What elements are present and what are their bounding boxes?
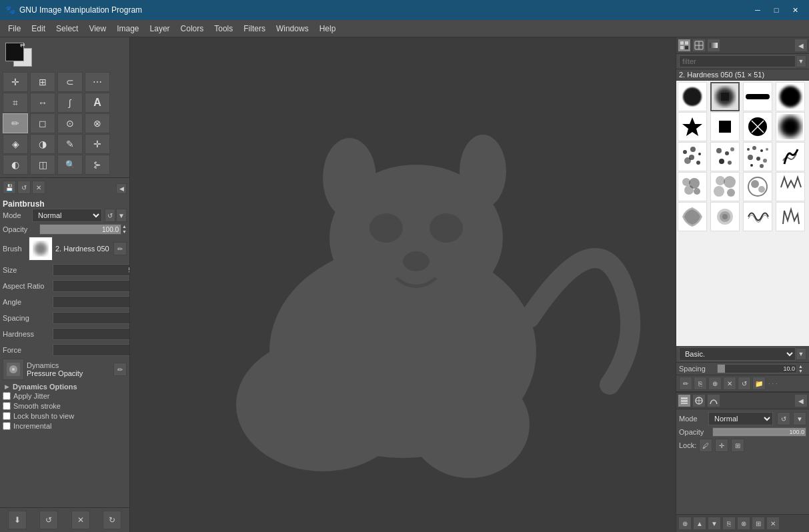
brush-thumb-14[interactable] (710, 172, 740, 201)
brush-filter-dropdown[interactable]: ▼ (796, 55, 806, 67)
brush-thumb-1[interactable] (678, 82, 707, 111)
brush-thumb-18[interactable] (710, 202, 740, 231)
menu-windows[interactable]: Windows (271, 21, 314, 36)
delete-brush-btn[interactable]: ✕ (723, 377, 736, 390)
hardness-input[interactable] (53, 328, 129, 340)
menu-help[interactable]: Help (314, 21, 341, 36)
lr-delete-layer-btn[interactable]: ✕ (766, 517, 780, 530)
brush-category-select[interactable]: Basic. Calligraphic Natural (679, 347, 796, 361)
brush-thumb-17[interactable] (678, 202, 707, 231)
spacing-slider-right[interactable]: 10.0 (717, 364, 797, 373)
menu-tools[interactable]: Tools (209, 21, 238, 36)
dodge-burn-tool[interactable]: ◐ (3, 155, 28, 175)
mode-reset-btn[interactable]: ↺ (105, 209, 115, 222)
brush-thumb-12[interactable] (776, 142, 805, 171)
align-tool[interactable]: ⊞ (30, 72, 55, 92)
brush-thumb-10[interactable] (710, 142, 740, 171)
color-picker-tool[interactable]: ◫ (30, 155, 55, 175)
opacity-down-arrow[interactable]: ▼ (122, 229, 127, 235)
force-input[interactable] (53, 344, 129, 356)
lr-tab-layers[interactable] (678, 394, 691, 407)
blend-tool[interactable]: ◑ (30, 134, 55, 154)
lr-duplicate-layer-btn[interactable]: ⎘ (722, 517, 736, 530)
brush-thumb-15[interactable] (743, 172, 772, 201)
brush-thumb-13[interactable] (678, 172, 707, 201)
save-tool-options-btn[interactable]: ⬇ (8, 511, 27, 529)
brush-thumb-7[interactable] (743, 112, 772, 141)
tool-options-collapse[interactable]: ◀ (116, 183, 127, 194)
folder-brush-btn[interactable]: 📁 (752, 377, 766, 390)
brush-thumb-16[interactable] (776, 172, 805, 201)
brush-thumb-4[interactable] (776, 82, 805, 111)
zoom-tool[interactable]: 🔍 (57, 155, 83, 175)
smudge-tool[interactable]: ⊗ (85, 113, 110, 133)
maximize-button[interactable]: □ (768, 3, 785, 17)
lr-tab-channels[interactable] (692, 394, 706, 407)
heal-tool[interactable]: ✛ (85, 134, 110, 154)
paintbrush-tool[interactable]: ✏ (3, 113, 28, 133)
menu-file[interactable]: File (3, 21, 26, 36)
edit-brush-btn[interactable]: ✏ (679, 377, 692, 390)
opacity-up-arrow[interactable]: ▲ (122, 224, 127, 229)
spacing-input[interactable] (53, 312, 129, 324)
brush-edit-button[interactable]: ✏ (113, 242, 127, 255)
erase-tool[interactable]: ◻ (30, 113, 55, 133)
canvas-area[interactable] (130, 37, 676, 532)
lock-brush-checkbox[interactable] (3, 412, 11, 420)
brush-category-arrow[interactable]: ▼ (796, 348, 806, 360)
brush-panel-expand[interactable]: ◀ (794, 39, 808, 52)
close-button[interactable]: ✕ (786, 3, 804, 17)
tool-options-restore-icon[interactable]: ↺ (17, 181, 31, 194)
dynamics-options-toggle[interactable]: ▶ Dynamics Options (3, 383, 127, 391)
menu-filters[interactable]: Filters (238, 21, 271, 36)
menu-view[interactable]: View (83, 21, 111, 36)
copy-brush-btn[interactable]: ⊕ (708, 377, 722, 390)
brush-thumb-6[interactable] (710, 112, 740, 141)
duplicate-brush-btn[interactable]: ⎘ (694, 377, 707, 390)
lr-mode-select[interactable]: Normal Multiply Screen (708, 412, 773, 425)
brush-preview[interactable] (29, 237, 53, 261)
lr-raise-layer-btn[interactable]: ▲ (693, 517, 706, 530)
brush-filter-input[interactable] (679, 55, 796, 67)
menu-edit[interactable]: Edit (26, 21, 51, 36)
minimize-button[interactable]: ─ (749, 3, 766, 17)
reset-tool-options-btn[interactable]: ↻ (103, 511, 121, 529)
lr-tab-paths[interactable] (707, 394, 720, 407)
brush-thumb-3[interactable] (743, 82, 772, 111)
lr-new-layer-btn[interactable]: ⊕ (678, 517, 692, 530)
tab-gradients[interactable] (707, 39, 720, 52)
lr-mode-reset-btn[interactable]: ↺ (777, 412, 790, 425)
text-tool[interactable]: A (85, 93, 110, 113)
lr-mode-extra-btn[interactable]: ▼ (793, 412, 806, 425)
brush-thumb-2[interactable] (710, 82, 740, 111)
fuzzy-select-tool[interactable]: ⋯ (85, 72, 110, 92)
lr-lock-paint-btn[interactable]: 🖊 (699, 439, 712, 452)
size-input[interactable] (53, 264, 129, 276)
restore-tool-options-btn[interactable]: ↺ (39, 511, 58, 529)
measure-tool[interactable]: ⊱ (85, 155, 110, 175)
menu-layer[interactable]: Layer (145, 21, 175, 36)
refresh-brush-btn[interactable]: ↺ (738, 377, 751, 390)
menu-select[interactable]: Select (51, 21, 83, 36)
lr-anchor-layer-btn[interactable]: ⊗ (737, 517, 750, 530)
brush-thumb-19[interactable] (743, 202, 772, 231)
brush-thumb-20[interactable] (776, 202, 805, 231)
brush-thumb-9[interactable] (678, 142, 707, 171)
smooth-stroke-checkbox[interactable] (3, 402, 11, 410)
tab-patterns[interactable] (692, 39, 706, 52)
apply-jitter-checkbox[interactable] (3, 392, 11, 400)
transform-tool[interactable]: ↔ (30, 93, 55, 113)
brush-thumb-5[interactable] (678, 112, 707, 141)
lr-lock-alpha-btn[interactable]: ⊞ (731, 439, 744, 452)
mode-select[interactable]: Normal Dissolve Multiply Screen (32, 209, 102, 222)
spacing-up-btn[interactable]: ▲ (798, 364, 806, 369)
brush-thumb-11[interactable] (743, 142, 772, 171)
lr-merge-down-btn[interactable]: ⊞ (752, 517, 765, 530)
tool-options-delete-icon[interactable]: ✕ (32, 181, 45, 194)
tab-brushes[interactable] (678, 39, 691, 52)
tool-options-save-icon[interactable]: 💾 (3, 181, 16, 194)
incremental-checkbox[interactable] (3, 422, 11, 430)
lr-expand-btn[interactable]: ◀ (794, 394, 808, 407)
delete-tool-options-btn[interactable]: ✕ (71, 511, 90, 529)
lr-opacity-slider[interactable]: 100.0 (712, 427, 806, 437)
